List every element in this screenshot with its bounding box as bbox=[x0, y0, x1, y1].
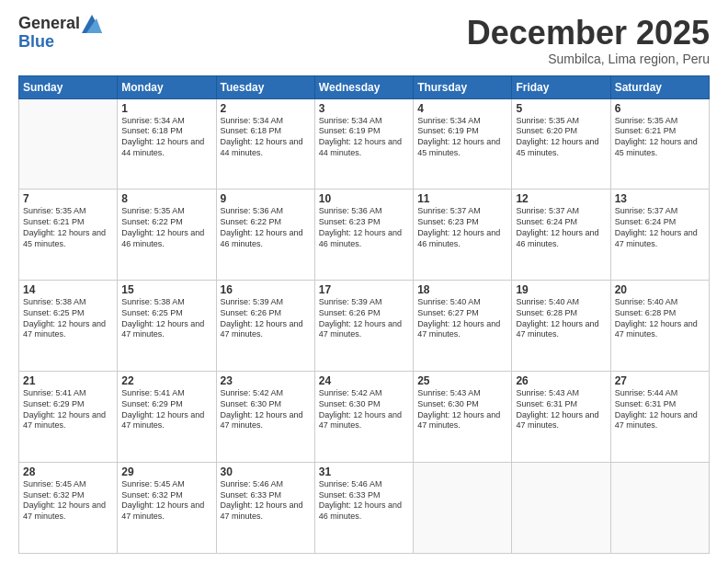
day-info: Sunrise: 5:46 AMSunset: 6:33 PMDaylight:… bbox=[221, 479, 311, 523]
table-row bbox=[414, 463, 512, 554]
calendar-week-row: 7Sunrise: 5:35 AMSunset: 6:21 PMDaylight… bbox=[19, 190, 710, 281]
day-number: 10 bbox=[319, 192, 409, 205]
day-number: 30 bbox=[221, 465, 311, 478]
table-row: 17Sunrise: 5:39 AMSunset: 6:26 PMDayligh… bbox=[314, 281, 413, 372]
table-row: 24Sunrise: 5:42 AMSunset: 6:30 PMDayligh… bbox=[314, 372, 413, 463]
table-row: 2Sunrise: 5:34 AMSunset: 6:18 PMDaylight… bbox=[216, 98, 314, 190]
table-row: 14Sunrise: 5:38 AMSunset: 6:25 PMDayligh… bbox=[19, 281, 118, 372]
calendar-table: Sunday Monday Tuesday Wednesday Thursday… bbox=[18, 75, 710, 554]
day-number: 25 bbox=[417, 374, 507, 387]
table-row: 22Sunrise: 5:41 AMSunset: 6:29 PMDayligh… bbox=[118, 372, 216, 463]
table-row bbox=[610, 463, 709, 554]
col-thursday: Thursday bbox=[414, 75, 512, 98]
day-info: Sunrise: 5:39 AMSunset: 6:26 PMDaylight:… bbox=[319, 297, 409, 340]
day-info: Sunrise: 5:45 AMSunset: 6:32 PMDaylight:… bbox=[121, 479, 211, 523]
day-info: Sunrise: 5:36 AMSunset: 6:23 PMDaylight:… bbox=[319, 206, 409, 249]
table-row: 9Sunrise: 5:36 AMSunset: 6:22 PMDaylight… bbox=[216, 190, 314, 281]
day-number: 29 bbox=[121, 465, 211, 478]
day-info: Sunrise: 5:41 AMSunset: 6:29 PMDaylight:… bbox=[23, 388, 113, 431]
day-info: Sunrise: 5:37 AMSunset: 6:24 PMDaylight:… bbox=[516, 206, 606, 249]
day-info: Sunrise: 5:35 AMSunset: 6:21 PMDaylight:… bbox=[23, 206, 113, 249]
table-row: 13Sunrise: 5:37 AMSunset: 6:24 PMDayligh… bbox=[610, 190, 709, 281]
day-info: Sunrise: 5:46 AMSunset: 6:33 PMDaylight:… bbox=[319, 479, 409, 523]
day-info: Sunrise: 5:34 AMSunset: 6:19 PMDaylight:… bbox=[319, 116, 409, 159]
day-info: Sunrise: 5:34 AMSunset: 6:19 PMDaylight:… bbox=[417, 116, 507, 159]
day-info: Sunrise: 5:38 AMSunset: 6:25 PMDaylight:… bbox=[121, 297, 211, 340]
day-number: 23 bbox=[221, 374, 311, 387]
table-row: 7Sunrise: 5:35 AMSunset: 6:21 PMDaylight… bbox=[19, 190, 118, 281]
day-info: Sunrise: 5:37 AMSunset: 6:24 PMDaylight:… bbox=[615, 206, 705, 249]
day-info: Sunrise: 5:40 AMSunset: 6:28 PMDaylight:… bbox=[516, 297, 606, 340]
calendar-week-row: 1Sunrise: 5:34 AMSunset: 6:18 PMDaylight… bbox=[19, 98, 710, 190]
table-row: 4Sunrise: 5:34 AMSunset: 6:19 PMDaylight… bbox=[414, 98, 512, 190]
day-number: 7 bbox=[23, 192, 113, 205]
day-number: 24 bbox=[319, 374, 409, 387]
table-row bbox=[512, 463, 610, 554]
day-info: Sunrise: 5:36 AMSunset: 6:22 PMDaylight:… bbox=[221, 206, 311, 249]
calendar-week-row: 28Sunrise: 5:45 AMSunset: 6:32 PMDayligh… bbox=[19, 463, 710, 554]
table-row: 5Sunrise: 5:35 AMSunset: 6:20 PMDaylight… bbox=[512, 98, 610, 190]
col-monday: Monday bbox=[118, 75, 216, 98]
day-number: 6 bbox=[615, 102, 705, 115]
table-row: 16Sunrise: 5:39 AMSunset: 6:26 PMDayligh… bbox=[216, 281, 314, 372]
calendar-week-row: 14Sunrise: 5:38 AMSunset: 6:25 PMDayligh… bbox=[19, 281, 710, 372]
table-row: 8Sunrise: 5:35 AMSunset: 6:22 PMDaylight… bbox=[118, 190, 216, 281]
day-info: Sunrise: 5:35 AMSunset: 6:21 PMDaylight:… bbox=[615, 116, 705, 159]
logo-text: General Blue bbox=[18, 15, 102, 52]
day-info: Sunrise: 5:42 AMSunset: 6:30 PMDaylight:… bbox=[319, 388, 409, 431]
table-row: 18Sunrise: 5:40 AMSunset: 6:27 PMDayligh… bbox=[414, 281, 512, 372]
day-info: Sunrise: 5:34 AMSunset: 6:18 PMDaylight:… bbox=[121, 116, 211, 159]
title-section: December 2025 Sumbilca, Lima region, Per… bbox=[467, 15, 710, 66]
month-title: December 2025 bbox=[467, 15, 710, 52]
day-info: Sunrise: 5:34 AMSunset: 6:18 PMDaylight:… bbox=[221, 116, 311, 159]
page: General Blue December 2025 Sumbilca, Lim… bbox=[0, 0, 728, 563]
day-info: Sunrise: 5:38 AMSunset: 6:25 PMDaylight:… bbox=[23, 297, 113, 340]
table-row: 28Sunrise: 5:45 AMSunset: 6:32 PMDayligh… bbox=[19, 463, 118, 554]
day-number: 14 bbox=[23, 283, 113, 296]
col-saturday: Saturday bbox=[610, 75, 709, 98]
col-sunday: Sunday bbox=[19, 75, 118, 98]
table-row: 27Sunrise: 5:44 AMSunset: 6:31 PMDayligh… bbox=[610, 372, 709, 463]
logo-icon bbox=[82, 15, 102, 33]
day-info: Sunrise: 5:41 AMSunset: 6:29 PMDaylight:… bbox=[121, 388, 211, 431]
table-row: 25Sunrise: 5:43 AMSunset: 6:30 PMDayligh… bbox=[414, 372, 512, 463]
logo-general: General bbox=[18, 15, 80, 33]
header: General Blue December 2025 Sumbilca, Lim… bbox=[18, 15, 710, 66]
day-number: 17 bbox=[319, 283, 409, 296]
table-row: 12Sunrise: 5:37 AMSunset: 6:24 PMDayligh… bbox=[512, 190, 610, 281]
table-row: 26Sunrise: 5:43 AMSunset: 6:31 PMDayligh… bbox=[512, 372, 610, 463]
logo-blue: Blue bbox=[18, 33, 102, 52]
day-number: 11 bbox=[417, 192, 507, 205]
col-friday: Friday bbox=[512, 75, 610, 98]
day-number: 1 bbox=[121, 102, 211, 115]
day-number: 21 bbox=[23, 374, 113, 387]
table-row: 6Sunrise: 5:35 AMSunset: 6:21 PMDaylight… bbox=[610, 98, 709, 190]
table-row: 29Sunrise: 5:45 AMSunset: 6:32 PMDayligh… bbox=[118, 463, 216, 554]
table-row: 10Sunrise: 5:36 AMSunset: 6:23 PMDayligh… bbox=[314, 190, 413, 281]
day-number: 15 bbox=[121, 283, 211, 296]
day-number: 9 bbox=[221, 192, 311, 205]
day-number: 19 bbox=[516, 283, 606, 296]
table-row: 11Sunrise: 5:37 AMSunset: 6:23 PMDayligh… bbox=[414, 190, 512, 281]
day-info: Sunrise: 5:42 AMSunset: 6:30 PMDaylight:… bbox=[221, 388, 311, 431]
day-number: 31 bbox=[319, 465, 409, 478]
day-info: Sunrise: 5:44 AMSunset: 6:31 PMDaylight:… bbox=[615, 388, 705, 431]
table-row bbox=[19, 98, 118, 190]
day-number: 28 bbox=[23, 465, 113, 478]
col-tuesday: Tuesday bbox=[216, 75, 314, 98]
day-number: 3 bbox=[319, 102, 409, 115]
day-info: Sunrise: 5:35 AMSunset: 6:22 PMDaylight:… bbox=[121, 206, 211, 249]
day-number: 22 bbox=[121, 374, 211, 387]
day-number: 8 bbox=[121, 192, 211, 205]
col-wednesday: Wednesday bbox=[314, 75, 413, 98]
table-row: 20Sunrise: 5:40 AMSunset: 6:28 PMDayligh… bbox=[610, 281, 709, 372]
table-row: 1Sunrise: 5:34 AMSunset: 6:18 PMDaylight… bbox=[118, 98, 216, 190]
table-row: 3Sunrise: 5:34 AMSunset: 6:19 PMDaylight… bbox=[314, 98, 413, 190]
day-number: 2 bbox=[221, 102, 311, 115]
table-row: 23Sunrise: 5:42 AMSunset: 6:30 PMDayligh… bbox=[216, 372, 314, 463]
day-number: 5 bbox=[516, 102, 606, 115]
day-number: 13 bbox=[615, 192, 705, 205]
day-info: Sunrise: 5:40 AMSunset: 6:28 PMDaylight:… bbox=[615, 297, 705, 340]
table-row: 31Sunrise: 5:46 AMSunset: 6:33 PMDayligh… bbox=[314, 463, 413, 554]
day-info: Sunrise: 5:39 AMSunset: 6:26 PMDaylight:… bbox=[221, 297, 311, 340]
